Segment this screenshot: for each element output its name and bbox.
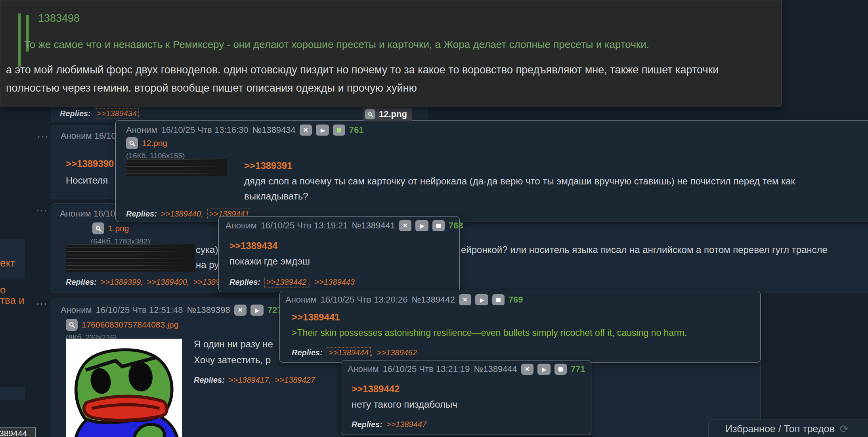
file-name-link[interactable]: 12.png bbox=[142, 138, 167, 148]
reply-link[interactable]: >>1389440 bbox=[161, 209, 201, 218]
post-header: Аноним 16/10 bbox=[60, 209, 115, 219]
separator: , bbox=[187, 278, 189, 287]
file-attachment[interactable]: 176060830757844083.jpg bbox=[66, 319, 178, 331]
post-greentext: >Their skin possesses astonishing resili… bbox=[292, 328, 687, 338]
quote-text: а это мой любимый форс двух говноделов. … bbox=[6, 64, 719, 76]
post-counter: 769 bbox=[509, 295, 523, 305]
play-icon[interactable]: ▶ bbox=[475, 294, 488, 305]
close-icon[interactable]: ✕ bbox=[521, 364, 533, 375]
replies-row: Replies: >>1389417, >>1389427 bbox=[194, 376, 315, 385]
replies-row: Replies: >>1389444, >>1389462 bbox=[292, 347, 417, 358]
post-menu-dots[interactable]: ⋯ bbox=[36, 297, 49, 310]
post-date: 16/10/25 Чтв 13:21:19 bbox=[383, 364, 470, 374]
clipped-link[interactable]: тва и bbox=[0, 294, 25, 307]
post-date: 16/10/25 Чтв 13:16:30 bbox=[161, 125, 249, 135]
replies-label: Replies: bbox=[126, 209, 157, 218]
stop-icon[interactable] bbox=[492, 294, 505, 305]
file-attachment[interactable]: 1.png bbox=[92, 222, 129, 234]
search-icon[interactable] bbox=[92, 222, 104, 234]
reply-link[interactable]: >>1389462 bbox=[377, 348, 417, 357]
reply-link[interactable]: >>1389443 bbox=[315, 278, 355, 287]
separator: , bbox=[269, 376, 271, 385]
replies-row: Replies: >>1389442, >>1389443 bbox=[229, 277, 355, 288]
search-icon[interactable] bbox=[126, 137, 138, 149]
stop-icon[interactable] bbox=[432, 220, 445, 231]
post-number[interactable]: №1389441 bbox=[352, 220, 395, 231]
post-date: 16/10/25 Чтв 12:51:48 bbox=[96, 305, 183, 315]
post-text: сука) bbox=[196, 244, 218, 255]
thread-page: ект о тва и ⋯ ⋯ ⋯ Replies: >>1389434 Ано… bbox=[0, 0, 868, 437]
play-icon[interactable]: ▶ bbox=[250, 305, 264, 316]
post-date: 16/10/25 Чтв 13:20:26 bbox=[321, 295, 408, 305]
quote-bar bbox=[18, 13, 21, 67]
clipped-link[interactable]: ект bbox=[0, 257, 15, 269]
post-reply-ref[interactable]: >>1389434 bbox=[229, 240, 277, 251]
link-url-tooltip: 389444 bbox=[0, 427, 36, 437]
post-number[interactable]: №1389398 bbox=[187, 305, 230, 315]
post-preview-popup: Аноним 16/10/25 Чтв 13:19:21 №1389441 ✕ … bbox=[218, 216, 460, 292]
post-counter: 771 bbox=[571, 364, 585, 374]
post-text: нету такого пиздаболыч bbox=[352, 399, 457, 410]
close-icon[interactable]: ✕ bbox=[234, 305, 247, 316]
post-menu-dots[interactable]: ⋯ bbox=[36, 203, 49, 217]
post-number[interactable]: №1389434 bbox=[252, 125, 296, 135]
reply-link-hovered[interactable]: >>1389442 bbox=[264, 277, 308, 288]
stop-icon[interactable] bbox=[554, 364, 567, 375]
file-name[interactable]: 12.png bbox=[379, 109, 407, 119]
play-icon[interactable]: ▶ bbox=[415, 220, 428, 231]
post-header: Аноним 16/10/25 Чтв 13:19:21 №1389441 ✕ … bbox=[226, 220, 463, 231]
post-reply-ref[interactable]: >>1389391 bbox=[244, 160, 292, 171]
refresh-icon[interactable]: ⟳ bbox=[839, 423, 849, 435]
post-text: покажи где эмдэш bbox=[229, 256, 310, 267]
file-name-link[interactable]: 1.png bbox=[108, 224, 129, 233]
post-author: Аноним bbox=[61, 305, 92, 315]
image-thumbnail[interactable] bbox=[66, 243, 195, 272]
pepe-frog-drawing bbox=[66, 339, 182, 437]
hovered-file-label[interactable]: 12.png bbox=[363, 107, 412, 121]
post-text: дядя слоп а почему ты сам карточку от не… bbox=[244, 176, 795, 187]
post-author-date: Аноним 16/10 bbox=[61, 131, 116, 141]
stop-icon[interactable] bbox=[333, 125, 345, 136]
image-thumbnail[interactable] bbox=[126, 159, 227, 176]
replies-label: Replies: bbox=[194, 376, 225, 385]
reply-link[interactable]: >>1389400 bbox=[147, 278, 187, 287]
post-reply-ref[interactable]: >>1389390 bbox=[66, 158, 114, 169]
post-number[interactable]: №1389444 bbox=[474, 364, 517, 374]
post-header: Аноним 16/10/25 Чтв 13:21:19 №1389444 ✕ … bbox=[348, 364, 585, 375]
search-icon[interactable] bbox=[365, 109, 375, 119]
reply-link[interactable]: >>1389447 bbox=[386, 420, 426, 429]
play-icon[interactable]: ▶ bbox=[316, 125, 329, 136]
post-header: Аноним 16/10/25 Чтв 12:51:48 №1389398 ✕ … bbox=[61, 305, 282, 316]
search-icon[interactable] bbox=[66, 319, 78, 331]
quoted-post-number[interactable]: 1383498 bbox=[38, 12, 80, 25]
magnifier-glyph bbox=[95, 225, 102, 232]
separator: , bbox=[201, 209, 203, 218]
close-icon[interactable]: ✕ bbox=[459, 294, 471, 305]
post-text: на ру bbox=[196, 259, 219, 270]
favorites-top-threads-panel[interactable]: Избранное / Топ тредов ⟳ bbox=[708, 420, 868, 437]
reply-link-hovered[interactable]: >>1389444 bbox=[327, 347, 371, 358]
quoted-greentext: То же самое что и ненависть к Ремиксеру … bbox=[24, 38, 649, 51]
post-reply-ref[interactable]: >>1389441 bbox=[292, 312, 340, 323]
file-name-link[interactable]: 176060830757844083.jpg bbox=[82, 320, 178, 330]
reply-link[interactable]: >>1389417 bbox=[229, 376, 269, 385]
replies-label: Replies: bbox=[292, 348, 323, 357]
magnifier-glyph bbox=[129, 140, 136, 147]
replies-label: Replies: bbox=[60, 109, 91, 118]
play-icon[interactable]: ▶ bbox=[537, 364, 551, 375]
post-menu-dots[interactable]: ⋯ bbox=[37, 129, 50, 143]
replies-label: Replies: bbox=[66, 278, 97, 287]
magnifier-glyph bbox=[367, 111, 373, 117]
close-icon[interactable]: ✕ bbox=[300, 125, 312, 136]
close-icon[interactable]: ✕ bbox=[399, 220, 411, 231]
reply-link[interactable]: >>1389427 bbox=[275, 376, 315, 385]
magnifier-glyph bbox=[69, 322, 75, 328]
reply-link[interactable]: >>1389399 bbox=[101, 278, 141, 287]
post-date: 16/10/25 Чтв 13:19:21 bbox=[261, 220, 348, 231]
reply-link-hovered[interactable]: >>1389434 bbox=[95, 108, 139, 119]
post-reply-ref[interactable]: >>1389442 bbox=[352, 383, 400, 395]
pepe-frog-image[interactable] bbox=[66, 339, 182, 437]
post-number[interactable]: №1389442 bbox=[412, 295, 455, 305]
file-attachment[interactable]: 12.png bbox=[126, 137, 167, 149]
favorites-top-threads-label[interactable]: Избранное / Топ тредов bbox=[725, 423, 835, 435]
